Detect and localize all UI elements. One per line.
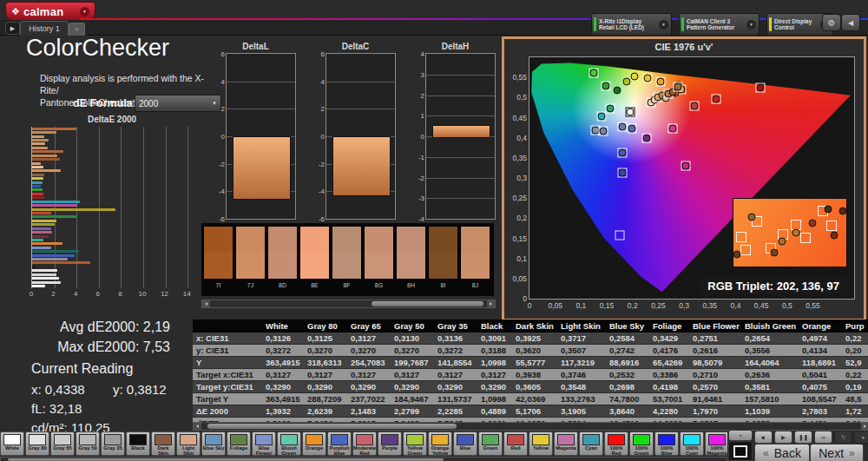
patch-button-bluish-green[interactable]: Bluish Green xyxy=(277,431,301,456)
swatch-color-chip xyxy=(235,226,266,280)
patch-button-black[interactable]: Black xyxy=(126,431,150,456)
patch-button-label: 100% Green xyxy=(630,445,653,456)
deltae-bar xyxy=(32,220,56,222)
table-cell: 184,9467 xyxy=(391,393,434,405)
inset-measured-dot xyxy=(830,232,838,240)
patch-button-purple[interactable]: Purple xyxy=(378,431,402,456)
loop-button[interactable]: ∞ xyxy=(814,431,832,444)
scroll-right-arrow[interactable] xyxy=(487,300,495,307)
patch-button-100-red[interactable]: 100% Red xyxy=(604,431,628,456)
scrollbar-thumb[interactable] xyxy=(207,424,457,429)
pause-button[interactable]: ❚❚ xyxy=(794,431,812,444)
scroll-left-arrow[interactable] xyxy=(202,300,210,307)
table-header-cell: Bluish Green xyxy=(741,319,799,333)
patch-button-white[interactable]: White xyxy=(0,431,24,456)
patch-button-gray-50[interactable]: Gray 50 xyxy=(76,431,100,456)
cie-plot-area: RGB Triplet: 202, 136, 97 00,050,10,150,… xyxy=(529,56,855,300)
patch-button-100-green[interactable]: 100% Green xyxy=(629,431,654,456)
table-row: ΔE 20001,39322,62392,14832,27992,22850,4… xyxy=(193,405,868,418)
patch-button-red[interactable]: Red xyxy=(503,431,528,456)
scrollbar-thumb[interactable] xyxy=(372,301,483,306)
patch-swatch-8J[interactable]: 8J xyxy=(460,226,490,288)
patch-button-yellow[interactable]: Yellow xyxy=(529,431,553,456)
table-scrollbar[interactable] xyxy=(193,422,868,431)
next-button[interactable]: Next » xyxy=(810,444,864,461)
patch-swatch-7J[interactable]: 7J xyxy=(235,226,266,288)
stop-button[interactable]: ■ xyxy=(754,431,773,444)
record-button[interactable]: ● xyxy=(854,431,868,444)
patch-button-label: Blue Flower xyxy=(253,445,275,456)
patch-button-blue[interactable]: Blue xyxy=(453,431,477,456)
delta-tick-label: -6 xyxy=(219,215,225,223)
meter-toggle-button[interactable]: ◓ xyxy=(728,430,753,441)
patch-button-label: 100% Magenta xyxy=(706,445,727,456)
refresh-button[interactable]: ↻ xyxy=(834,431,852,444)
table-cell: 363,4915 xyxy=(262,357,304,368)
scroll-right-arrow[interactable] xyxy=(861,423,868,430)
history-nav-button[interactable]: ▶ xyxy=(5,22,20,35)
patch-button-moderate-red[interactable]: Moderate Red xyxy=(352,431,377,456)
patch-button-label: White xyxy=(1,445,23,456)
patch-color-chip xyxy=(29,434,46,445)
patch-button-100-magenta[interactable]: 100% Magenta xyxy=(705,431,727,456)
swatch-label: 8G xyxy=(364,282,394,288)
patchbar-scrollbar[interactable] xyxy=(0,457,727,461)
patch-button-label: 100% Blue xyxy=(655,445,678,456)
back-button[interactable]: « Back xyxy=(754,444,810,461)
table-cell: 237,7022 xyxy=(347,393,391,405)
table-header-cell: Gray 35 xyxy=(434,319,477,333)
patch-button-100-cyan[interactable]: 100% Cyan xyxy=(680,431,704,456)
patch-button-gray-80[interactable]: Gray 80 xyxy=(25,431,49,456)
deltae-bar xyxy=(32,177,43,180)
patch-button-gray-35[interactable]: Gray 35 xyxy=(101,431,125,456)
deltae-bar xyxy=(32,128,76,130)
tab-history-1[interactable]: History 1 xyxy=(20,21,69,36)
swatch-scrollbar[interactable] xyxy=(201,300,496,308)
device-dropdown-1[interactable]: CalMAN Client 3 Pattern Generator▼ xyxy=(679,13,760,36)
scroll-left-arrow[interactable] xyxy=(194,423,201,430)
patch-button-light-skin[interactable]: Light Skin xyxy=(176,431,201,456)
delta-tick-label: -4 xyxy=(219,188,225,195)
patch-button-label: Green xyxy=(479,445,502,456)
cie-y-tick-label: 0,4 xyxy=(516,134,527,142)
patch-button-purplish-blue[interactable]: Purplish Blue xyxy=(327,431,352,456)
patch-button-blue-sky[interactable]: Blue Sky xyxy=(201,431,226,456)
patch-button-cyan[interactable]: Cyan xyxy=(579,431,603,456)
patch-swatch-8I[interactable]: 8I xyxy=(428,226,458,288)
patch-button-magenta[interactable]: Magenta xyxy=(554,431,578,456)
patch-button-orange[interactable]: Orange xyxy=(302,431,326,456)
patch-button-yellow-green[interactable]: Yellow Green xyxy=(403,431,427,456)
collapse-panel-button[interactable]: ◀ xyxy=(841,14,860,31)
patch-button-dark-skin[interactable]: Dark Skin xyxy=(151,431,175,456)
patch-swatch-8F[interactable]: 8F xyxy=(332,226,362,288)
table-cell: 0,3290 xyxy=(347,381,391,392)
swatch-color-chip xyxy=(428,226,458,280)
patch-button-orange-yellow[interactable]: Orange Yellow xyxy=(428,431,452,456)
patch-button-foliage[interactable]: Foliage xyxy=(227,431,251,456)
device-dropdown-0[interactable]: X-Rite i1Display Retail LCD (LED)▼ xyxy=(591,13,672,36)
new-tab-button[interactable]: + xyxy=(69,23,85,36)
swatch-color-chip xyxy=(460,226,490,280)
table-cell: 0,3127 xyxy=(391,369,434,380)
patch-swatch-8H[interactable]: 8H xyxy=(396,226,426,288)
patch-swatch-8E[interactable]: 8E xyxy=(299,226,330,288)
settings-gear-button[interactable]: ⚙ xyxy=(822,14,841,31)
patch-swatch-8D[interactable]: 8D xyxy=(267,226,298,288)
patch-button-blue-flower[interactable]: Blue Flower xyxy=(252,431,276,456)
delta-tick-label: -3 xyxy=(418,194,424,202)
patch-swatch-8G[interactable]: 8G xyxy=(364,226,394,288)
table-cell: 88,6916 xyxy=(606,357,649,368)
patch-button-gray-65[interactable]: Gray 65 xyxy=(50,431,75,456)
patch-button-100-blue[interactable]: 100% Blue xyxy=(654,431,679,456)
play-button[interactable]: ▶ xyxy=(774,431,792,444)
read-measurement-button[interactable] xyxy=(728,441,753,461)
table-header-cell: Gray 80 xyxy=(304,319,347,333)
patch-button-green[interactable]: Green xyxy=(478,431,503,456)
table-cell: 0,3925 xyxy=(512,333,557,344)
deltae2000-plot-area xyxy=(31,127,199,288)
delta-tick-label: -2 xyxy=(219,160,225,168)
patch-swatch-7I[interactable]: 7I xyxy=(203,226,233,288)
delta-tick-label: 2 xyxy=(321,105,325,113)
inset-target-square xyxy=(826,221,837,231)
de-formula-dropdown[interactable]: 2000 ▼ xyxy=(135,95,221,112)
